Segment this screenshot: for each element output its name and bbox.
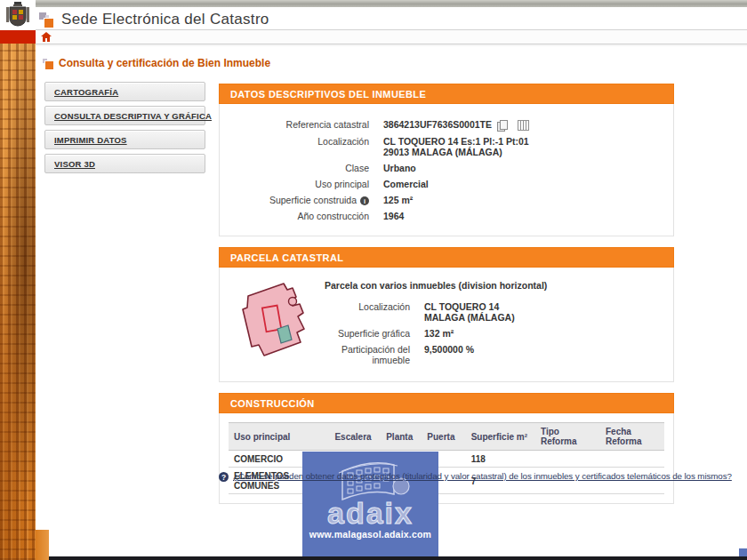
field-value: Urbano (383, 159, 416, 175)
field-label: Año construcción (220, 207, 369, 223)
field-row: Superficie gráfica 132 m² (325, 324, 666, 340)
info-icon[interactable]: i (360, 196, 369, 205)
field-row: Superficie construidai 125 m² (220, 191, 666, 207)
field-value: CL TOQUERO 14 Es:1 Pl:-1 Pt:01 29013 MAL… (383, 132, 529, 159)
sidebar-item-visor-3d[interactable]: VISOR 3D (44, 154, 205, 173)
panel-parcela-catastral: PARCELA CATASTRAL Parcela con varios inm… (219, 247, 674, 382)
barcode-icon[interactable] (518, 120, 529, 131)
field-value: 9,500000 % (424, 340, 474, 367)
panel-construccion: CONSTRUCCIÓN Uso principal Escalera Plan… (219, 393, 674, 504)
bottom-black-bar (49, 556, 747, 560)
referencia-catastral-value: 3864213UF7636S0001TE (383, 119, 492, 130)
breadcrumb-bar (36, 30, 747, 44)
field-row: Referencia catastral 3864213UF7636S0001T… (220, 116, 666, 132)
help-link[interactable]: ? ¿Cómo se pueden obtener datos protegid… (219, 471, 745, 482)
column-header: Tipo Reforma (535, 423, 600, 451)
sidebar-item-imprimir-datos[interactable]: IMPRIMIR DATOS (44, 130, 205, 149)
column-header: Planta (381, 423, 422, 451)
adaix-url-text: www.malagasol.adaix.com (309, 529, 431, 540)
field-row: Participación del inmueble 9,500000 % (325, 340, 666, 367)
copy-icon[interactable] (497, 120, 507, 131)
column-header: Fecha Reforma (600, 423, 664, 451)
city-background-image (0, 44, 36, 560)
city-background-image-bottom (36, 530, 49, 560)
page-title: Consulta y certificación de Bien Inmuebl… (59, 57, 270, 69)
field-row: Clase Urbano (220, 159, 666, 175)
column-header: Superficie m² (466, 423, 535, 451)
sidebar-item-label: CARTOGRAFÍA (54, 87, 118, 97)
panel-header: DATOS DESCRIPTIVOS DEL INMUEBLE (219, 84, 674, 104)
panel-header: PARCELA CATASTRAL (219, 247, 674, 268)
sidebar-item-consulta-descriptiva[interactable]: CONSULTA DESCRIPTIVA Y GRÁFICA (44, 106, 205, 125)
question-icon: ? (219, 472, 229, 482)
column-header: Puerta (422, 423, 465, 451)
sidebar-item-label: CONSULTA DESCRIPTIVA Y GRÁFICA (54, 111, 212, 121)
field-label: Superficie construidai (220, 191, 369, 207)
field-row: Localización CL TOQUERO 14 MALAGA (MÁLAG… (325, 298, 666, 324)
sidebar-item-label: VISOR 3D (54, 159, 95, 169)
sidebar: CARTOGRAFÍA CONSULTA DESCRIPTIVA Y GRÁFI… (44, 82, 205, 178)
field-label: Localización (220, 132, 369, 159)
field-value: Comercial (383, 175, 429, 191)
field-label: Participación del inmueble (325, 340, 410, 367)
field-label: Superficie gráfica (325, 324, 410, 340)
parcel-map-image (234, 278, 316, 364)
construction-table: Uso principal Escalera Planta Puerta Sup… (229, 422, 664, 494)
field-value: 3864213UF7636S0001TE (383, 116, 529, 132)
field-label: Localización (325, 298, 410, 324)
field-label: Clase (220, 159, 369, 175)
main-content: DATOS DESCRIPTIVOS DEL INMUEBLE Referenc… (219, 84, 674, 515)
sidebar-item-label: IMPRIMIR DATOS (54, 135, 127, 145)
catastro-logo-icon (39, 12, 54, 28)
field-row: Localización CL TOQUERO 14 Es:1 Pl:-1 Pt… (220, 132, 666, 159)
help-link-text: ¿Cómo se pueden obtener datos protegidos… (233, 471, 732, 481)
field-value: 125 m² (383, 191, 413, 207)
field-label: Uso principal (220, 175, 369, 191)
window-top-bar (32, 0, 747, 7)
panel-datos-descriptivos: DATOS DESCRIPTIVOS DEL INMUEBLE Referenc… (219, 84, 674, 236)
app-title: Sede Electrónica del Catastro (61, 11, 269, 28)
field-value: CL TOQUERO 14 MALAGA (MÁLAGA) (424, 298, 515, 324)
panel-header: CONSTRUCCIÓN (219, 393, 674, 413)
spain-coat-of-arms-icon (0, 0, 36, 30)
field-row: Uso principal Comercial (220, 175, 666, 191)
parcel-note: Parcela con varios inmuebles (division h… (325, 280, 666, 291)
column-header: Uso principal (229, 423, 329, 451)
section-bullet-icon (43, 59, 52, 68)
table-row: COMERCIO 1 -1 01 118 (229, 451, 664, 468)
field-label: Referencia catastral (220, 116, 369, 132)
red-accent-block (0, 30, 36, 44)
column-header: Escalera (329, 423, 381, 451)
field-value: 132 m² (424, 324, 454, 340)
adaix-watermark: adaix www.malagasol.adaix.com (302, 452, 438, 560)
field-row: Año construcción 1964 (220, 207, 666, 223)
table-header-row: Uso principal Escalera Planta Puerta Sup… (229, 423, 664, 451)
adaix-brand-text: adaix (327, 500, 414, 526)
field-value: 1964 (383, 207, 404, 223)
home-icon[interactable] (41, 32, 52, 42)
sidebar-item-cartografia[interactable]: CARTOGRAFÍA (44, 82, 205, 101)
